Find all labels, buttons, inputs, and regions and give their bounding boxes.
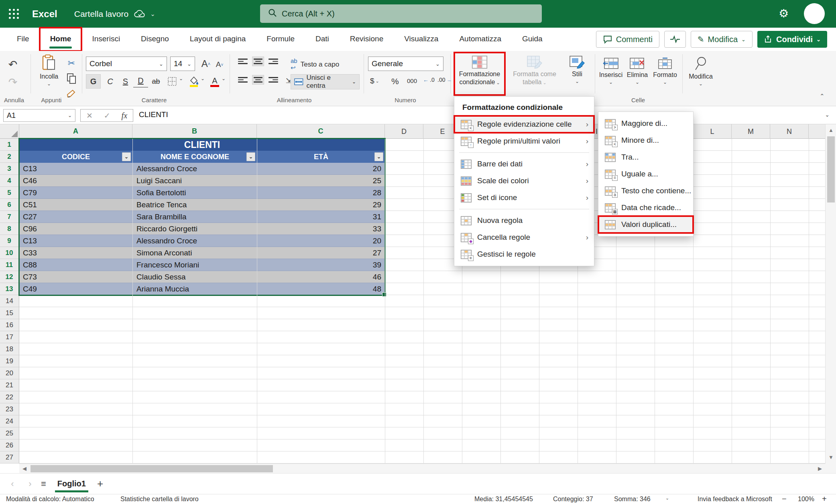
select-all-corner[interactable]: [0, 124, 19, 139]
tab-guida[interactable]: Guida: [512, 28, 553, 51]
table-cell[interactable]: 48: [257, 283, 385, 295]
settings-gear-icon[interactable]: ⚙: [779, 7, 789, 20]
row-header-14[interactable]: 14: [0, 295, 19, 307]
decrease-decimal-button[interactable]: .00→: [437, 77, 452, 83]
align-middle-button[interactable]: [252, 57, 264, 66]
grow-font-button[interactable]: A˄: [199, 57, 213, 70]
row-header-3[interactable]: 3: [0, 163, 19, 175]
add-sheet-icon[interactable]: +: [97, 478, 103, 490]
sheet-tab-foglio1[interactable]: Foglio1: [57, 478, 87, 490]
row-header-8[interactable]: 8: [0, 223, 19, 235]
user-avatar[interactable]: [804, 3, 825, 24]
table-cell[interactable]: Arianna Muccia: [132, 283, 257, 295]
format-cells-button[interactable]: Formato⌄: [651, 53, 679, 94]
zoom-in-icon[interactable]: +: [822, 494, 827, 504]
tab-visualizza[interactable]: Visualizza: [394, 28, 449, 51]
tab-disegno[interactable]: Disegno: [130, 28, 179, 51]
insert-cells-button[interactable]: Inserisci⌄: [598, 53, 624, 94]
table-cell[interactable]: Sofia Bertolotti: [132, 187, 257, 199]
menu-item-valori-duplicati[interactable]: Valori duplicati...: [598, 216, 693, 233]
calc-mode-status[interactable]: Modalità di calcolo: Automatico: [6, 496, 94, 503]
table-cell[interactable]: Beatrice Tenca: [132, 199, 257, 211]
align-top-button[interactable]: [237, 57, 249, 66]
menu-item-set-di-icone[interactable]: Set di icone›: [454, 189, 594, 206]
tab-file[interactable]: File: [6, 28, 40, 51]
app-launcher-icon[interactable]: [9, 9, 19, 19]
table-cell[interactable]: C13: [19, 235, 132, 247]
document-title[interactable]: Cartella lavoro: [74, 9, 128, 19]
table-header-nome-e-cognome[interactable]: NOME E COGNOME⌄: [132, 151, 257, 163]
activity-button[interactable]: [664, 31, 686, 48]
scroll-right-icon[interactable]: ▶: [815, 464, 825, 474]
row-header-22[interactable]: 22: [0, 391, 19, 403]
cell-styles-button[interactable]: Stili⌄: [562, 53, 592, 94]
thousands-format-button[interactable]: 000: [407, 77, 417, 84]
table-cell[interactable]: 25: [257, 175, 385, 187]
bold-button[interactable]: G: [86, 74, 101, 89]
fill-handle[interactable]: [382, 292, 386, 297]
column-header-B[interactable]: B: [132, 124, 257, 139]
redo-button[interactable]: ↷: [5, 74, 21, 90]
table-cell[interactable]: 33: [257, 223, 385, 235]
table-cell[interactable]: 20: [257, 163, 385, 175]
wrap-text-button[interactable]: ab↩ Testo a capo: [291, 57, 339, 71]
column-header-M[interactable]: M: [732, 124, 770, 139]
menu-item-barre-dei-dati[interactable]: Barre dei dati›: [454, 156, 594, 172]
tab-home[interactable]: Home: [40, 28, 82, 51]
font-size-select[interactable]: 14⌄: [170, 57, 195, 71]
table-cell[interactable]: 31: [257, 211, 385, 223]
row-header-20[interactable]: 20: [0, 367, 19, 379]
table-cell[interactable]: C46: [19, 175, 132, 187]
workbook-stats-status[interactable]: Statistiche cartella di lavoro: [120, 496, 199, 503]
row-header-24[interactable]: 24: [0, 415, 19, 427]
zoom-level[interactable]: 100%: [798, 496, 814, 503]
row-header-11[interactable]: 11: [0, 259, 19, 271]
format-painter-icon[interactable]: [64, 87, 79, 101]
scroll-down-icon[interactable]: ▼: [826, 452, 836, 463]
table-header-et[interactable]: ETÀ⌄: [257, 151, 385, 163]
column-header-A[interactable]: A: [19, 124, 132, 139]
tab-dati[interactable]: Dati: [305, 28, 340, 51]
table-cell[interactable]: C51: [19, 199, 132, 211]
table-cell[interactable]: C13: [19, 163, 132, 175]
table-cell[interactable]: C49: [19, 283, 132, 295]
row-header-17[interactable]: 17: [0, 331, 19, 343]
tab-automatizza[interactable]: Automatizza: [449, 28, 512, 51]
tab-formule[interactable]: Formule: [256, 28, 305, 51]
row-header-26[interactable]: 26: [0, 439, 19, 451]
column-header-N[interactable]: N: [770, 124, 809, 139]
scroll-up-icon[interactable]: ▲: [826, 125, 836, 136]
table-cell[interactable]: C96: [19, 223, 132, 235]
scroll-left-icon[interactable]: ◀: [19, 464, 30, 474]
borders-chevron-icon[interactable]: ⌄: [179, 76, 183, 81]
menu-item-regole-evidenziazione-celle[interactable]: <Regole evidenziazione celle›: [454, 116, 594, 133]
editing-button[interactable]: Modifica⌄: [685, 53, 716, 94]
table-cell[interactable]: 29: [257, 199, 385, 211]
feedback-link[interactable]: Invia feedback a Microsoft: [698, 496, 772, 503]
confirm-entry-icon[interactable]: ✓: [104, 111, 110, 120]
conditional-formatting-button[interactable]: Formattazionecondizionale ⌄: [455, 53, 504, 94]
name-box[interactable]: A1⌄: [3, 109, 75, 122]
menu-item-regole-primi-ultimi-valori[interactable]: ↑Regole primi/ultimi valori›: [454, 133, 594, 150]
number-format-select[interactable]: Generale⌄: [368, 57, 443, 71]
row-header-25[interactable]: 25: [0, 427, 19, 439]
formula-content[interactable]: CLIENTI: [139, 110, 168, 119]
currency-format-button[interactable]: $⌄: [370, 77, 379, 85]
tab-layout-di-pagina[interactable]: Layout di pagina: [179, 28, 256, 51]
menu-item-gestisci-le-regole[interactable]: ≡Gestisci le regole: [454, 246, 594, 263]
row-header-27[interactable]: 27: [0, 451, 19, 464]
filter-dropdown-icon[interactable]: ⌄: [374, 152, 383, 161]
table-header-codice[interactable]: CODICE⌄: [19, 151, 132, 163]
menu-item-minore-di[interactable]: <Minore di...: [598, 132, 693, 149]
table-cell[interactable]: C27: [19, 211, 132, 223]
underline-button[interactable]: S: [118, 74, 133, 89]
all-sheets-menu-icon[interactable]: ≡: [41, 479, 46, 489]
font-color-chevron-icon[interactable]: ⌄: [222, 76, 226, 81]
column-header-C[interactable]: C: [257, 124, 385, 139]
shrink-font-button[interactable]: A˅: [214, 59, 226, 70]
table-cell[interactable]: 27: [257, 247, 385, 259]
row-header-4[interactable]: 4: [0, 175, 19, 187]
table-cell[interactable]: Claudio Sessa: [132, 271, 257, 283]
row-header-13[interactable]: 13: [0, 283, 19, 295]
insert-function-icon[interactable]: fx: [122, 111, 127, 120]
